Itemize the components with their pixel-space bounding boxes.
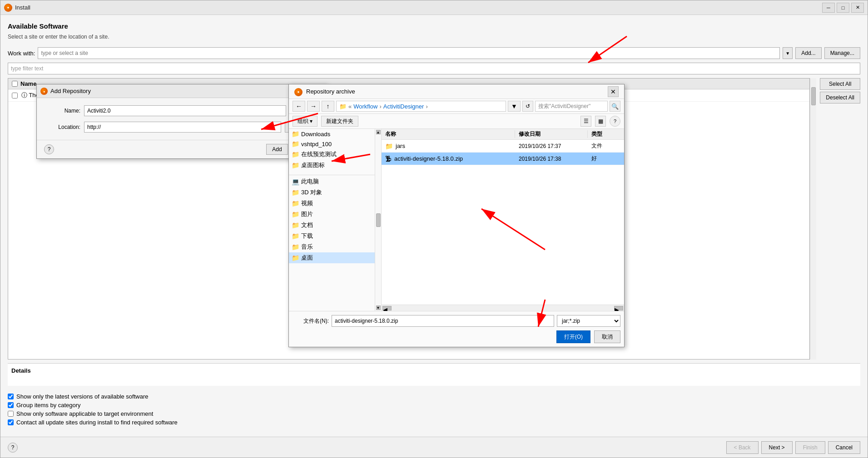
nav-dropdown-button[interactable]: ▼ (508, 101, 521, 112)
organize-button[interactable]: 组织 ▾ (293, 116, 317, 127)
nav-forward-button[interactable]: → (307, 101, 320, 112)
scroll-track-h (392, 306, 613, 310)
scrollbar-thumb[interactable] (811, 87, 816, 105)
file-name-jars: 📁 jars (382, 143, 515, 150)
row-checkbox[interactable] (12, 93, 18, 98)
folder-icon: 📁 (292, 243, 299, 251)
location-input[interactable] (84, 122, 281, 133)
group-by-category-label: Group items by category (16, 402, 81, 409)
checkbox-row-3: Show only software applicable to target … (8, 410, 860, 417)
select-all-button[interactable]: Select All (820, 78, 860, 90)
contact-update-sites-label: Contact all update sites during install … (16, 419, 178, 426)
breadcrumb-sep: « (348, 103, 352, 110)
view-list-button[interactable]: ☰ (580, 116, 591, 127)
tree-item-vshtpd100[interactable]: 📁 vshtpd_100 (289, 139, 375, 149)
work-with-dropdown-btn[interactable]: ▼ (783, 47, 793, 59)
checkbox-row-4: Contact all update sites during install … (8, 419, 860, 426)
checkbox-row-2: Group items by category (8, 402, 860, 409)
tree-item-this-pc[interactable]: 💻 此电脑 (289, 176, 375, 187)
tree-item-downloads[interactable]: 📁 Downloads (289, 129, 375, 139)
add-repo-title-icon: ● (40, 87, 48, 95)
minimize-button[interactable]: ─ (822, 3, 835, 13)
show-applicable-label: Show only software applicable to target … (16, 410, 153, 417)
help-button[interactable]: ? (8, 443, 18, 453)
nav-back-button[interactable]: ← (293, 101, 305, 112)
scroll-up-btn[interactable]: ▲ (376, 130, 381, 134)
tree-item-pictures[interactable]: 📁 图片 (289, 209, 375, 220)
tree-item-downloads-cn[interactable]: 📁 下载 (289, 231, 375, 241)
file-item-jars[interactable]: 📁 jars 2019/10/26 17:37 文件 (382, 140, 624, 153)
tree-item-desktop-icon[interactable]: 📁 桌面图标 (289, 160, 375, 171)
filter-row: type filter text (8, 63, 860, 74)
next-button[interactable]: Next > (761, 441, 793, 454)
add-repo-title-bar: ● Add Repository ✕ (37, 84, 327, 98)
tree-item-label: 文档 (301, 221, 313, 229)
file-type-activiti-zip: 好 (588, 155, 624, 163)
add-button[interactable]: Add... (795, 47, 821, 59)
show-latest-checkbox[interactable] (8, 394, 14, 399)
folder-icon: 📁 (292, 211, 299, 218)
add-repo-help-button[interactable]: ? (44, 144, 54, 154)
new-folder-button[interactable]: 新建文件夹 (321, 116, 358, 127)
filename-input[interactable] (332, 315, 554, 327)
tree-item-music[interactable]: 📁 音乐 (289, 241, 375, 252)
cancel-button[interactable]: Cancel (828, 441, 860, 454)
back-button[interactable]: < Back (726, 441, 759, 454)
horizontal-scrollbar[interactable]: ◀ ▶ (382, 305, 624, 311)
file-date-activiti-zip: 2019/10/26 17:38 (515, 156, 588, 162)
folder-icon: 📁 (385, 143, 393, 150)
tree-item-label: vshtpd_100 (301, 141, 332, 148)
nav-refresh-button[interactable]: ↺ (522, 101, 533, 112)
col-name-header: 名称 (382, 130, 515, 138)
archive-close-button[interactable]: ✕ (608, 86, 619, 97)
page-title: Available Software (8, 22, 860, 30)
folder-icon: 📁 (292, 151, 299, 158)
name-row: Name: Local... (44, 105, 319, 116)
open-button[interactable]: 打开(O) (556, 330, 590, 343)
view-pane-button[interactable]: ▦ (595, 116, 606, 127)
tree-item-label: 下载 (301, 232, 313, 240)
folder-icon: 📁 (292, 222, 299, 229)
deselect-all-button[interactable]: Deselect All (820, 92, 860, 103)
vertical-scrollbar[interactable] (810, 78, 816, 360)
tree-item-desktop[interactable]: 📁 桌面 (289, 252, 375, 263)
tree-item-label: 桌面 (301, 254, 313, 262)
tree-item-videos[interactable]: 📁 视频 (289, 198, 375, 209)
folder-icon: 📁 (292, 254, 299, 261)
finish-button[interactable]: Finish (795, 441, 825, 454)
add-repo-add-button[interactable]: Add (266, 144, 288, 155)
scroll-thumb[interactable] (376, 213, 381, 227)
show-latest-label: Show only the latest versions of availab… (16, 393, 149, 400)
location-label: Location: (44, 124, 80, 130)
details-section: Details (8, 363, 860, 386)
breadcrumb-activiti-designer[interactable]: ActivitiDesigner (383, 103, 424, 110)
manage-button[interactable]: Manage... (824, 47, 860, 59)
work-with-input[interactable] (38, 47, 780, 59)
details-label: Details (11, 367, 31, 374)
view-help-button[interactable]: ? (610, 116, 620, 127)
file-item-activiti-zip[interactable]: 🗜 activiti-designer-5.18.0.zip 2019/10/2… (382, 153, 624, 165)
breadcrumb-workflow[interactable]: Workflow (353, 103, 377, 110)
search-input[interactable] (535, 101, 608, 112)
name-input[interactable] (84, 105, 286, 116)
location-row: Location: Archive... (44, 122, 319, 133)
archive-cancel-button[interactable]: 取消 (594, 330, 620, 343)
tree-item-documents[interactable]: 📁 文档 (289, 220, 375, 231)
group-by-category-checkbox[interactable] (8, 402, 14, 408)
scroll-down-btn[interactable]: ▼ (376, 305, 381, 310)
scroll-left-btn[interactable]: ◀ (382, 306, 392, 310)
search-button[interactable]: 🔍 (610, 101, 620, 112)
select-all-checkbox[interactable] (12, 81, 18, 87)
page-subtitle: Select a site or enter the location of a… (8, 34, 860, 40)
left-panel-scrollbar[interactable]: ▲ ▼ (375, 129, 382, 311)
contact-update-sites-checkbox[interactable] (8, 419, 14, 425)
nav-up-button[interactable]: ↑ (322, 101, 334, 112)
close-button[interactable]: ✕ (851, 3, 864, 13)
scroll-right-btn[interactable]: ▶ (614, 306, 623, 310)
archive-main: 📁 Downloads 📁 vshtpd_100 📁 在线预览测试 📁 桌面图标… (289, 129, 624, 311)
show-applicable-checkbox[interactable] (8, 411, 14, 417)
tree-item-3d-objects[interactable]: 📁 3D 对象 (289, 187, 375, 198)
filetype-dropdown[interactable]: jar;*.zip (557, 315, 620, 327)
tree-item-online-preview[interactable]: 📁 在线预览测试 (289, 149, 375, 160)
maximize-button[interactable]: □ (837, 3, 849, 13)
